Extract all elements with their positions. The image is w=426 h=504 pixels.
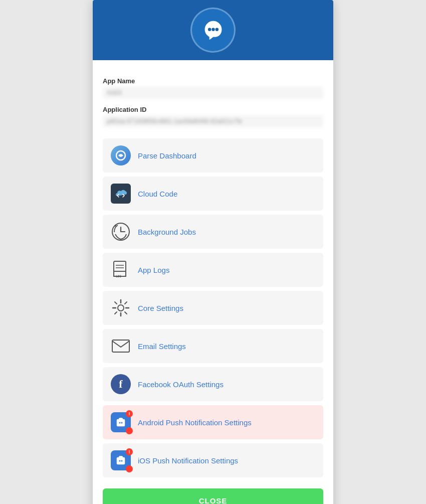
menu-item-facebook-oauth-label: Facebook OAuth Settings: [138, 380, 224, 389]
svg-line-17: [125, 302, 127, 304]
menu-item-android-push-label: Android Push Notification Settings: [138, 418, 252, 427]
app-name-label: App Name: [103, 77, 323, 85]
menu-item-email-settings-label: Email Settings: [138, 342, 186, 351]
close-button[interactable]: CLOSE: [103, 488, 323, 504]
svg-point-2: [215, 28, 218, 31]
close-button-container: CLOSE: [93, 483, 333, 504]
menu-item-android-push[interactable]: ! Android Push Notification Settings: [103, 405, 323, 439]
svg-rect-24: [117, 457, 125, 464]
menu-item-core-settings[interactable]: Core Settings: [103, 291, 323, 325]
menu-item-cloud-code-label: Cloud Code: [138, 190, 177, 198]
core-settings-icon: [111, 298, 131, 318]
svg-point-23: [121, 422, 123, 424]
app-logs-icon: LOG: [111, 260, 131, 280]
app-name-value: ArkDI: [103, 87, 323, 99]
svg-point-0: [207, 28, 210, 31]
svg-point-26: [121, 460, 123, 462]
menu-item-app-logs[interactable]: LOG App Logs: [103, 253, 323, 287]
svg-point-1: [211, 28, 215, 31]
menu-item-app-logs-label: App Logs: [138, 266, 169, 274]
svg-point-19: [118, 305, 124, 311]
svg-line-16: [125, 312, 127, 314]
facebook-oauth-icon: f: [111, 374, 131, 394]
app-info-section: App Name ArkDI Application ID p8f2aa-671…: [93, 60, 333, 132]
app-logo: [190, 8, 236, 53]
modal-container: App Name ArkDI Application ID p8f2aa-671…: [93, 0, 333, 504]
parse-dashboard-icon: [111, 145, 131, 165]
svg-line-15: [115, 302, 117, 304]
svg-point-25: [119, 460, 121, 462]
cloud-code-icon: [111, 184, 131, 204]
android-push-icon: !: [111, 412, 131, 432]
menu-item-ios-push-label: iOS Push Notification Settings: [138, 456, 238, 465]
svg-point-22: [119, 422, 121, 424]
app-id-label: Application ID: [103, 106, 323, 113]
svg-rect-20: [112, 340, 129, 352]
menu-list: Parse Dashboard Cloud Code: [93, 132, 333, 483]
menu-item-parse-dashboard[interactable]: Parse Dashboard: [103, 138, 323, 173]
svg-text:LOG: LOG: [116, 274, 121, 278]
menu-item-email-settings[interactable]: Email Settings: [103, 329, 323, 363]
svg-rect-21: [117, 419, 125, 426]
menu-item-cloud-code[interactable]: Cloud Code: [103, 177, 323, 211]
email-settings-icon: [111, 336, 131, 356]
app-id-value: p8f2aa-671608f08c4861-1ac69af6466-82a021…: [103, 115, 323, 127]
menu-item-background-jobs-label: Background Jobs: [138, 228, 196, 236]
menu-item-background-jobs[interactable]: Background Jobs: [103, 215, 323, 249]
menu-item-core-settings-label: Core Settings: [138, 304, 183, 312]
svg-line-18: [115, 312, 117, 314]
menu-item-facebook-oauth[interactable]: f Facebook OAuth Settings: [103, 367, 323, 401]
menu-item-ios-push[interactable]: ! iOS Push Notification Settings: [103, 443, 323, 477]
background-jobs-icon: [111, 222, 131, 242]
ios-push-icon: !: [111, 450, 131, 470]
menu-item-parse-dashboard-label: Parse Dashboard: [138, 151, 196, 160]
modal-header: [93, 0, 333, 60]
